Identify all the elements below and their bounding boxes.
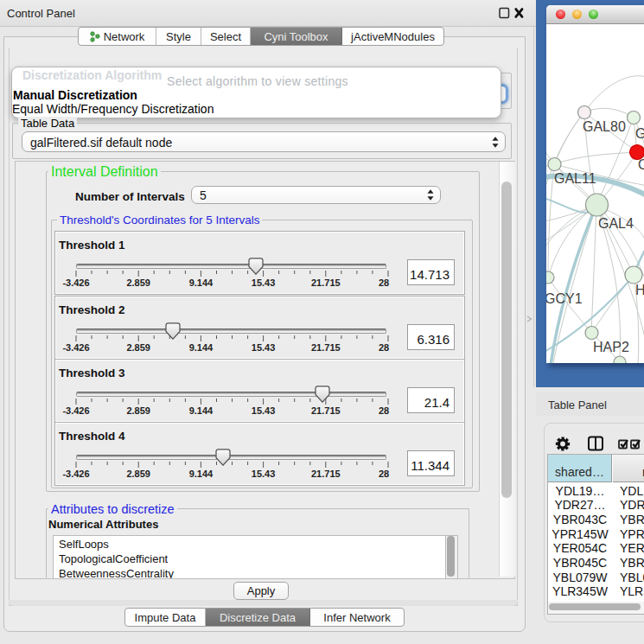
svg-text:G: G bbox=[635, 126, 644, 141]
svg-text:GAL4: GAL4 bbox=[598, 216, 634, 231]
svg-text:C: C bbox=[638, 157, 644, 172]
svg-text:GAL80: GAL80 bbox=[583, 119, 626, 134]
svg-text:H: H bbox=[635, 283, 644, 297]
svg-text:GAL11: GAL11 bbox=[554, 171, 596, 186]
svg-text:GCY1: GCY1 bbox=[546, 291, 583, 306]
svg-text:HAP2: HAP2 bbox=[593, 340, 629, 354]
